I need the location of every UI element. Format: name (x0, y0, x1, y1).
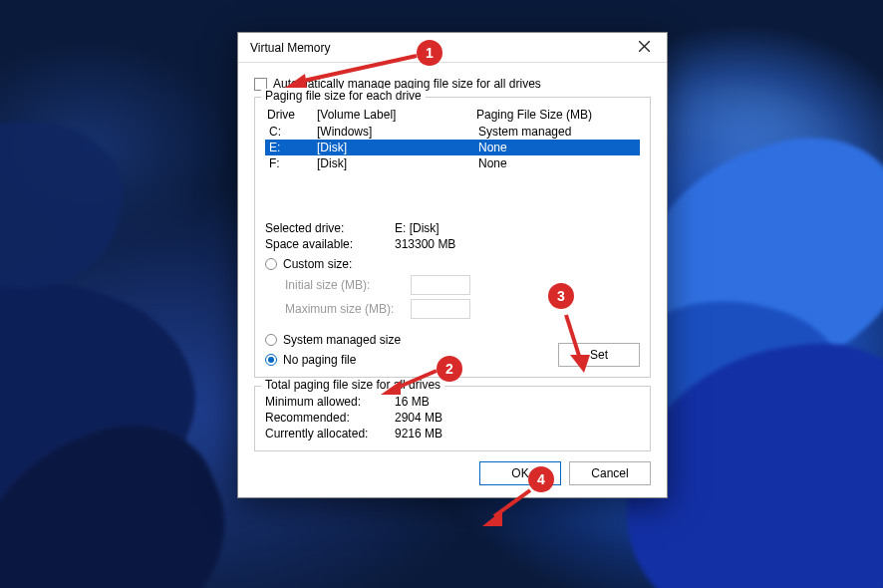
radio-no-paging[interactable] (265, 354, 277, 366)
annotation-arrow-4 (476, 486, 536, 530)
drive-list-header: Drive [Volume Label] Paging File Size (M… (267, 108, 640, 122)
currently-allocated-label: Currently allocated: (265, 427, 395, 441)
svg-line-4 (395, 371, 437, 389)
close-button[interactable] (629, 35, 659, 61)
initial-size-label: Initial size (MB): (285, 278, 411, 292)
drive-row[interactable]: E: [Disk] None (265, 140, 640, 155)
annotation-marker-2: 2 (437, 356, 462, 382)
cancel-button[interactable]: Cancel (569, 461, 651, 485)
annotation-arrow-2 (377, 367, 442, 397)
radio-system-managed[interactable] (265, 334, 277, 346)
selected-drive-label: Selected drive: (265, 221, 395, 235)
svg-marker-7 (570, 355, 590, 373)
col-size: Paging File Size (MB) (476, 108, 640, 122)
svg-line-2 (299, 56, 417, 82)
radio-nopaging-label: No paging file (283, 353, 356, 367)
svg-marker-5 (381, 381, 401, 395)
initial-size-input[interactable] (411, 275, 470, 295)
radio-system-label: System managed size (283, 333, 401, 347)
col-drive: Drive (267, 108, 317, 122)
recommended-value: 2904 MB (395, 411, 640, 425)
drive-row[interactable]: F: [Disk] None (265, 155, 640, 171)
annotation-marker-1: 1 (417, 40, 442, 66)
selected-drive-value: E: [Disk] (395, 221, 640, 235)
currently-allocated-value: 9216 MB (395, 427, 640, 441)
svg-line-6 (566, 315, 580, 359)
space-available-value: 313300 MB (395, 237, 640, 251)
maximum-size-label: Maximum size (MB): (285, 302, 411, 316)
radio-custom-size[interactable] (265, 258, 277, 270)
close-icon (639, 41, 650, 55)
maximum-size-input[interactable] (411, 299, 470, 319)
min-allowed-value: 16 MB (395, 395, 640, 409)
recommended-label: Recommended: (265, 411, 395, 425)
min-allowed-label: Minimum allowed: (265, 395, 395, 409)
col-volume: [Volume Label] (317, 108, 476, 122)
annotation-marker-4: 4 (528, 466, 554, 492)
group-total-paging: Total paging file size for all drives Mi… (254, 386, 651, 451)
drive-list[interactable]: C: [Windows] System managed E: [Disk] No… (265, 124, 640, 209)
annotation-marker-3: 3 (548, 283, 574, 309)
drive-row[interactable]: C: [Windows] System managed (265, 124, 640, 140)
virtual-memory-dialog: Virtual Memory Automatically manage pagi… (237, 32, 668, 498)
annotation-arrow-1 (281, 52, 423, 92)
annotation-arrow-3 (560, 311, 596, 377)
svg-marker-9 (482, 510, 502, 526)
svg-marker-3 (285, 74, 307, 88)
space-available-label: Space available: (265, 237, 395, 251)
radio-custom-label: Custom size: (283, 257, 352, 271)
